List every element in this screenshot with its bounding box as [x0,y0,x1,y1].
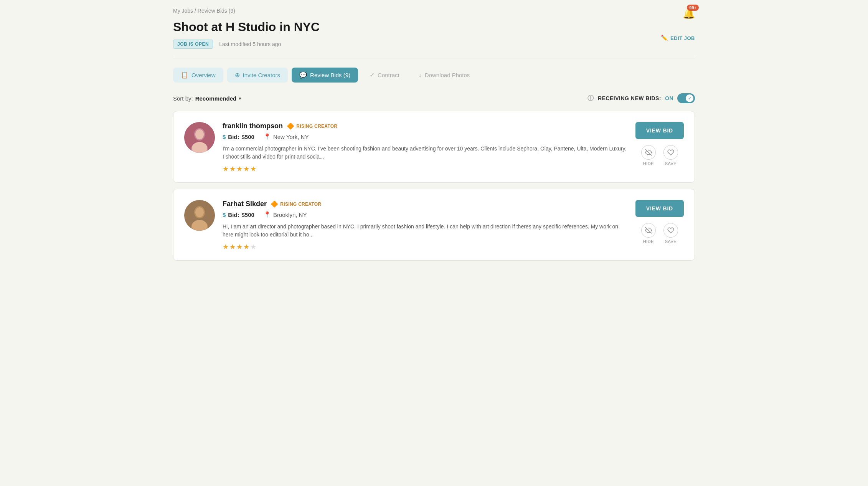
location-icon-2: 📍 [264,211,271,218]
job-status-badge: JOB IS OPEN [173,40,213,49]
save-button-1[interactable]: SAVE [663,145,678,166]
invite-icon: ⊕ [235,71,240,79]
review-icon: 💬 [299,71,307,79]
tab-invite-label: Invite Creators [243,72,281,78]
hide-button-1[interactable]: HIDE [641,145,656,166]
pencil-icon: ✏️ [661,35,668,41]
star-1-4: ★ [243,165,249,173]
sort-by-control[interactable]: Sort by: Recommended ▾ [173,95,241,102]
bid-value-2: $500 [242,212,254,218]
gem-icon-1: 🔶 [287,122,294,130]
breadcrumb-separator: / [195,8,196,14]
contract-icon: ✓ [370,71,375,79]
tab-contract-label: Contract [378,72,399,78]
bid-meta-1: $ Bid: $500 📍 New York, NY [223,133,628,140]
star-1-5: ★ [250,165,256,173]
tab-review-bids[interactable]: 💬 Review Bids (9) [292,68,358,83]
dollar-icon-1: $ [223,134,226,140]
save-icon-1 [663,145,678,160]
hide-icon-1 [641,145,656,160]
avatar-farhat [184,200,215,231]
bid-meta-2: $ Bid: $500 📍 Brooklyn, NY [223,211,628,218]
toggle-knob: ✓ [686,94,693,102]
location-icon-1: 📍 [264,133,271,140]
last-modified: Last modified 5 hours ago [219,41,281,47]
star-2-1: ★ [223,243,229,251]
gem-icon-2: 🔶 [271,200,278,208]
sort-dropdown-arrow[interactable]: ▾ [239,96,241,101]
save-button-2[interactable]: SAVE [663,223,678,244]
bid-label-2: Bid: [228,212,239,218]
bid-card-1: franklin thompson 🔶 RISING CREATOR $ Bid… [173,111,695,183]
tab-overview[interactable]: 📋 Overview [173,68,223,83]
rising-creator-badge-1: 🔶 RISING CREATOR [287,122,337,130]
location-value-2: Brooklyn, NY [273,212,307,218]
star-2-5: ★ [250,243,256,251]
secondary-actions-2: HIDE SAVE [641,223,678,244]
breadcrumb-parent[interactable]: My Jobs [173,8,193,14]
star-1-1: ★ [223,165,229,173]
receiving-bids-control: ⓘ RECEIVING NEW BIDS: ON ✓ [587,93,695,103]
creator-name-2: Farhat Sikder [223,200,267,208]
bid-actions-2: VIEW BID HIDE [635,200,684,244]
avatar-franklin [184,122,215,153]
save-label-1: SAVE [665,161,677,166]
secondary-actions-1: HIDE SAVE [641,145,678,166]
edit-job-button[interactable]: ✏️ EDIT JOB [661,35,695,41]
bid-main-2: Farhat Sikder 🔶 RISING CREATOR $ Bid: $5… [223,200,628,251]
bid-list: franklin thompson 🔶 RISING CREATOR $ Bid… [173,111,695,261]
save-icon-2 [663,223,678,238]
hide-button-2[interactable]: HIDE [641,223,656,244]
bid-location-2: 📍 Brooklyn, NY [264,211,307,218]
tab-review-label: Review Bids (9) [310,72,350,78]
sort-value: Recommended [195,95,237,102]
sort-label: Sort by: [173,95,193,102]
bid-label-1: Bid: [228,134,239,140]
receiving-bids-toggle[interactable]: ✓ [677,93,695,103]
download-icon: ↓ [419,72,422,79]
notification-badge: 99+ [687,5,699,11]
page-title: Shoot at H Studio in NYC [173,20,695,34]
star-2-4: ★ [243,243,249,251]
bid-amount-1: $ Bid: $500 [223,134,254,140]
tab-download-label: Download Photos [425,72,470,78]
bid-location-1: 📍 New York, NY [264,133,309,140]
star-1-3: ★ [236,165,243,173]
rising-creator-badge-2: 🔶 RISING CREATOR [271,200,321,208]
view-bid-button-2[interactable]: VIEW BID [635,200,684,217]
bid-main-1: franklin thompson 🔶 RISING CREATOR $ Bid… [223,122,628,173]
location-value-1: New York, NY [273,134,309,140]
svg-point-3 [195,129,204,139]
bid-card-2: Farhat Sikder 🔶 RISING CREATOR $ Bid: $5… [173,189,695,261]
star-2-3: ★ [236,243,243,251]
tab-contract: ✓ Contract [362,68,407,83]
star-rating-2: ★ ★ ★ ★ ★ [223,243,628,251]
badge-label-2: RISING CREATOR [280,202,321,207]
status-bar: JOB IS OPEN Last modified 5 hours ago [173,40,695,49]
breadcrumb: My Jobs / Review Bids (9) [173,8,695,14]
bid-amount-2: $ Bid: $500 [223,212,254,218]
edit-job-label: EDIT JOB [670,35,695,41]
controls-bar: Sort by: Recommended ▾ ⓘ RECEIVING NEW B… [173,93,695,103]
creator-name-row-2: Farhat Sikder 🔶 RISING CREATOR [223,200,628,208]
badge-label-1: RISING CREATOR [296,124,337,129]
bid-description-2: Hi, I am an art director and photographe… [223,223,628,239]
dollar-icon-2: $ [223,212,226,218]
star-1-2: ★ [229,165,236,173]
svg-point-9 [195,207,204,217]
help-icon[interactable]: ⓘ [587,94,594,102]
bid-actions-1: VIEW BID HIDE [635,122,684,166]
star-2-2: ★ [229,243,236,251]
overview-icon: 📋 [181,71,188,79]
view-bid-button-1[interactable]: VIEW BID [635,122,684,139]
save-label-2: SAVE [665,239,677,244]
notification-bell[interactable]: 🔔 99+ [683,8,695,20]
creator-name-row-1: franklin thompson 🔶 RISING CREATOR [223,122,628,130]
tab-download-photos: ↓ Download Photos [411,68,478,83]
creator-name-1: franklin thompson [223,122,283,130]
section-divider [173,58,695,58]
hide-label-1: HIDE [643,161,654,166]
tab-overview-label: Overview [191,72,216,78]
tab-invite-creators[interactable]: ⊕ Invite Creators [227,68,288,83]
hide-label-2: HIDE [643,239,654,244]
